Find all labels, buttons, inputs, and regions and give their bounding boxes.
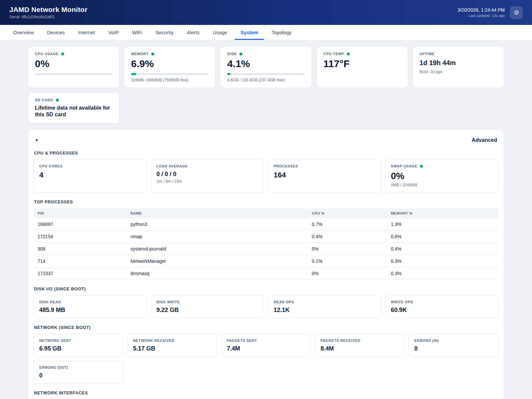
sd-card-value: Lifetime data not available for this SD … [35, 105, 112, 118]
cell-name: NetworkManager [127, 255, 308, 267]
disk-value: 4.1% [227, 58, 305, 69]
cell-name: dnsmasq [127, 267, 308, 280]
tab-usage[interactable]: Usage [207, 25, 233, 40]
cell-name: nmap [127, 231, 308, 243]
table-row: 714 NetworkManager 0.1% 0.3% [34, 255, 498, 267]
table-row: 172154 nmap 0.4% 0.6% [34, 231, 498, 243]
read-ops-label: READ OPS [274, 300, 376, 304]
col-cpu: CPU % [308, 208, 387, 218]
errors-in-label: ERRORS (IN) [414, 339, 493, 343]
cpu-usage-value: 0% [35, 58, 112, 69]
errors-in-value: 0 [414, 345, 493, 352]
tab-alerts[interactable]: Alerts [181, 25, 205, 40]
disk-write-card: DISK WRITE 9.22 GB [151, 295, 264, 318]
swap-usage-value: 0% [391, 171, 493, 181]
processes-value: 164 [274, 171, 376, 179]
tab-wifi[interactable]: WiFi [126, 25, 148, 40]
disk-detail: 4.6GB / 116.8GB (107.4GB free) [227, 78, 305, 82]
cell-pid: 172154 [34, 231, 127, 243]
tab-overview[interactable]: Overview [7, 25, 40, 40]
memory-progressbar [131, 73, 208, 75]
serial-number: Serial: 6fb1d16ec6a3a8f1 [9, 15, 87, 19]
col-name: NAME [127, 208, 308, 218]
cpu-temp-value: 117°F [324, 58, 401, 69]
cell-memory: 0.4% [387, 243, 498, 255]
swap-usage-label-text: SWAP USAGE [391, 164, 418, 168]
errors-in-card: ERRORS (IN) 0 [409, 334, 498, 357]
processes-card: PROCESSES 164 [268, 159, 381, 193]
uptime-label: UPTIME [420, 52, 435, 56]
disk-card: DISK 4.1% 4.6GB / 116.8GB (107.4GB free) [220, 47, 311, 88]
load-average-detail: 1m / 5m / 15m [157, 179, 259, 184]
tab-internet[interactable]: Internet [72, 25, 101, 40]
errors-out-label: ERRORS (OUT) [39, 365, 118, 369]
tab-topology[interactable]: Topology [266, 25, 297, 40]
cell-cpu: 0.7% [308, 218, 387, 231]
write-ops-value: 60.9K [391, 307, 493, 314]
collapse-icon[interactable]: ▼ [35, 138, 39, 142]
cell-memory: 0.3% [387, 267, 498, 280]
network-cards-row2: ERRORS (OUT) 0 [34, 361, 498, 384]
disk-io-heading: DISK I/O (SINCE BOOT) [34, 286, 498, 291]
cell-cpu: 0% [308, 243, 387, 255]
read-ops-value: 12.1K [274, 307, 376, 314]
cell-cpu: 0% [308, 267, 387, 280]
table-row: 309 systemd-journald 0% 0.4% [34, 243, 498, 255]
tab-voip[interactable]: VoIP [103, 25, 125, 40]
network-received-value: 5.17 GB [133, 345, 211, 352]
tab-security[interactable]: Security [150, 25, 179, 40]
status-ok-icon [420, 165, 423, 168]
disk-write-label: DISK WRITE [157, 300, 259, 304]
tab-devices[interactable]: Devices [42, 25, 70, 40]
cell-pid: 172337 [34, 267, 127, 280]
cell-cpu: 0.1% [308, 255, 387, 267]
app-header: JAMD Network Monitor Serial: 6fb1d16ec6a… [0, 0, 532, 25]
cell-name: systemd-journald [127, 243, 308, 255]
gear-icon: ⚙ [514, 9, 519, 16]
cpu-usage-label: CPU USAGE [35, 52, 59, 56]
cell-pid: 309 [34, 243, 127, 255]
settings-button[interactable]: ⚙ [510, 6, 523, 19]
disk-io-cards: DISK READ 485.9 MB DISK WRITE 9.22 GB RE… [34, 295, 498, 318]
cpu-temp-label: CPU TEMP [324, 52, 344, 56]
memory-detail: 326MB / 8063MB (7505MB free) [131, 78, 208, 82]
swap-usage-label: SWAP USAGE [391, 164, 493, 168]
write-ops-label: WRITE OPS [391, 300, 493, 304]
header-branding: JAMD Network Monitor Serial: 6fb1d16ec6a… [9, 6, 87, 19]
packets-received-value: 8.4M [321, 345, 399, 352]
packets-received-label: PACKETS RECEIVED [321, 339, 399, 343]
cell-cpu: 0.4% [308, 231, 387, 243]
advanced-panel: ▼ Advanced CPU & PROCESSES CPU CORES 4 L… [28, 130, 504, 399]
memory-label: MEMORY [131, 52, 149, 56]
disk-progressbar [227, 73, 305, 75]
memory-card: MEMORY 6.9% 326MB / 8063MB (7505MB free) [124, 47, 215, 88]
tab-system[interactable]: System [235, 25, 264, 40]
cpu-cores-card: CPU CORES 4 [34, 159, 147, 193]
header-clock: 3/20/2026, 1:24:44 PM Last updated: 13s … [458, 7, 505, 18]
col-pid: PID [34, 208, 127, 218]
current-datetime: 3/20/2026, 1:24:44 PM [458, 7, 505, 13]
uptime-detail: Boot: 2d ago [420, 69, 497, 74]
disk-label: DISK [227, 52, 237, 56]
swap-usage-detail: 0MB / 2048MB [391, 183, 493, 187]
packets-sent-value: 7.4M [227, 345, 305, 352]
packets-sent-label: PACKETS SENT [227, 339, 305, 343]
top-processes-table: PID NAME CPU % MEMORY % 168087 python3 0… [34, 208, 498, 280]
cpu-cores-label: CPU CORES [39, 164, 141, 168]
cpu-cores-value: 4 [39, 171, 141, 179]
cell-memory: 0.3% [387, 255, 498, 267]
status-ok-icon [151, 52, 154, 55]
app-title: JAMD Network Monitor [9, 6, 87, 14]
disk-write-value: 9.22 GB [157, 307, 259, 314]
swap-usage-card: SWAP USAGE 0% 0MB / 2048MB [385, 159, 499, 193]
cpu-usage-card: CPU USAGE 0% [28, 47, 119, 88]
stat-cards: CPU USAGE 0% MEMORY 6.9% 326MB / 8063MB … [28, 47, 504, 123]
advanced-title: Advanced [472, 137, 497, 143]
errors-out-card: ERRORS (OUT) 0 [34, 361, 123, 384]
packets-sent-card: PACKETS SENT 7.4M [221, 334, 311, 357]
col-memory: MEMORY % [387, 208, 498, 218]
network-interfaces-heading: NETWORK INTERFACES [34, 390, 498, 395]
errors-out-value: 0 [39, 372, 118, 379]
cpu-usage-progressbar [35, 73, 112, 75]
status-ok-icon [56, 99, 59, 102]
